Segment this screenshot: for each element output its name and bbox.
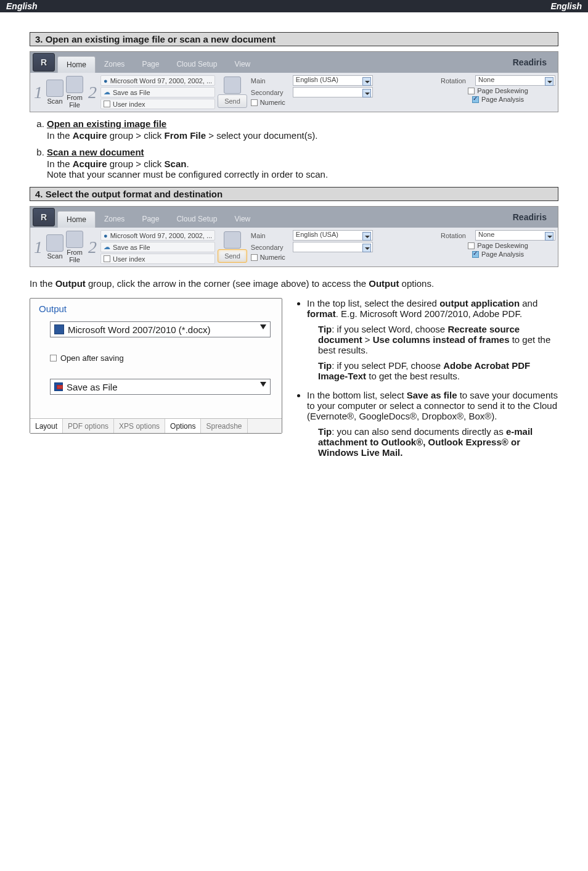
step-a-body: In the Acquire group > click From File >… xyxy=(47,130,558,141)
group-number-1: 1 xyxy=(33,237,44,257)
chevron-down-icon xyxy=(362,77,371,86)
scan-button[interactable]: Scan xyxy=(46,234,63,260)
chevron-down-icon xyxy=(545,232,553,241)
tab-zones[interactable]: Zones xyxy=(96,56,133,73)
page-header: English English xyxy=(0,0,588,12)
user-index-checkbox[interactable] xyxy=(104,101,110,107)
from-file-label: From File xyxy=(67,94,83,109)
chevron-down-icon xyxy=(260,382,266,387)
output-format-line[interactable]: Microsoft Word 97, 2000, 2002, ... xyxy=(110,77,213,85)
tab-cloud-setup[interactable]: Cloud Setup xyxy=(168,56,226,73)
lang-secondary-field[interactable] xyxy=(293,87,373,97)
ribbon-screenshot-1: R Home Zones Page Cloud Setup View Readi… xyxy=(30,51,558,112)
lang-secondary-label: Secondary xyxy=(251,89,290,96)
user-index-checkbox[interactable] xyxy=(104,255,110,262)
lang-numeric-label: Numeric xyxy=(260,99,285,106)
dlg-tab-pdf[interactable]: PDF options xyxy=(63,419,114,433)
tip-pdf: Tip: if you select PDF, choose Adobe Acr… xyxy=(318,360,558,381)
lang-main-label: Main xyxy=(251,232,290,239)
dialog-format-dropdown[interactable]: Microsoft Word 2007/2010 (*.docx) xyxy=(50,321,271,337)
user-index-label: User index xyxy=(113,101,145,108)
ribbon-screenshot-2: R Home Zones Page Cloud Setup View Readi… xyxy=(30,206,558,267)
dlg-tab-spreadsheet[interactable]: Spreadshe xyxy=(201,419,247,433)
app-brand: Readiris xyxy=(513,212,547,222)
chevron-down-icon xyxy=(260,324,266,329)
send-button[interactable]: Send xyxy=(218,76,247,108)
send-button-label: Send xyxy=(218,94,247,108)
send-icon xyxy=(224,76,241,94)
step-a-head: Open an existing image file xyxy=(47,118,166,129)
deskew-checkbox[interactable] xyxy=(468,242,475,249)
tab-page[interactable]: Page xyxy=(133,211,168,228)
rotation-label: Rotation xyxy=(441,77,473,85)
numeric-checkbox[interactable] xyxy=(251,254,258,261)
section-title-3: 3. Open an existing image file or scan a… xyxy=(30,32,558,46)
rotation-value: None xyxy=(478,231,494,238)
group-number-2: 2 xyxy=(87,83,98,102)
numeric-checkbox[interactable] xyxy=(251,99,258,106)
lang-main-label: Main xyxy=(251,77,290,85)
output-dialog: Output Microsoft Word 2007/2010 (*.docx)… xyxy=(30,298,282,434)
scan-label: Scan xyxy=(47,252,62,260)
tab-view[interactable]: View xyxy=(226,56,259,73)
tip-word: Tip: if you select Word, choose Recreate… xyxy=(318,324,558,355)
group-number-2: 2 xyxy=(87,237,98,257)
rotation-value: None xyxy=(478,76,494,83)
save-icon xyxy=(54,382,63,391)
send-button-label: Send xyxy=(218,249,247,263)
tab-cloud-setup[interactable]: Cloud Setup xyxy=(168,211,226,228)
bullet-save-as: In the bottom list, select Save as file … xyxy=(307,390,558,458)
open-after-checkbox[interactable] xyxy=(50,355,57,361)
rotation-field[interactable]: None xyxy=(475,75,555,86)
deskew-checkbox[interactable] xyxy=(468,88,475,94)
dlg-tab-options[interactable]: Options xyxy=(165,419,201,433)
dlg-tab-layout[interactable]: Layout xyxy=(30,419,63,433)
dlg-tab-xps[interactable]: XPS options xyxy=(114,419,165,433)
output-saveas-line[interactable]: Save as File xyxy=(113,244,150,251)
rotation-field[interactable]: None xyxy=(475,230,555,241)
bullet-output-app: In the top list, select the desired outp… xyxy=(307,298,558,381)
lang-secondary-label: Secondary xyxy=(251,244,290,251)
lang-main-value: English (USA) xyxy=(296,231,338,238)
folder-icon xyxy=(66,231,83,248)
dialog-saveas-dropdown[interactable]: Save as File xyxy=(50,379,271,395)
lang-main-value: English (USA) xyxy=(296,76,338,83)
tab-home[interactable]: Home xyxy=(57,211,96,228)
lang-main-field[interactable]: English (USA) xyxy=(293,230,373,241)
page-analysis-checkbox[interactable] xyxy=(472,96,479,103)
scanner-icon xyxy=(46,234,63,252)
output-saveas-line[interactable]: Save as File xyxy=(113,89,150,96)
dialog-tabstrip: Layout PDF options XPS options Options S… xyxy=(30,418,282,433)
tab-home[interactable]: Home xyxy=(57,56,96,73)
from-file-label: From File xyxy=(67,249,83,263)
tip-email: Tip: you can also send documents directl… xyxy=(318,426,558,458)
lang-numeric-label: Numeric xyxy=(260,254,285,261)
group-number-1: 1 xyxy=(33,83,44,102)
deskew-label: Page Deskewing xyxy=(477,242,528,249)
from-file-button[interactable]: From File xyxy=(66,231,83,263)
app-badge-icon: R xyxy=(33,53,55,72)
dialog-title: Output xyxy=(30,299,282,316)
output-paragraph: In the Output group, click the arrow in … xyxy=(30,278,558,289)
output-format-line[interactable]: Microsoft Word 97, 2000, 2002, ... xyxy=(110,232,213,239)
lang-main-field[interactable]: English (USA) xyxy=(293,75,373,86)
chevron-down-icon xyxy=(362,244,371,252)
analysis-label: Page Analysis xyxy=(481,96,524,103)
chevron-down-icon xyxy=(362,232,371,241)
scan-label: Scan xyxy=(47,97,62,105)
header-right: English xyxy=(550,1,582,11)
tab-page[interactable]: Page xyxy=(133,56,168,73)
from-file-button[interactable]: From File xyxy=(66,76,83,109)
deskew-label: Page Deskewing xyxy=(477,87,528,94)
lang-secondary-field[interactable] xyxy=(293,242,373,252)
send-button[interactable]: Send xyxy=(218,231,247,263)
folder-icon xyxy=(66,76,83,93)
dialog-saveas-label: Save as File xyxy=(67,382,118,392)
tab-view[interactable]: View xyxy=(226,211,259,228)
chevron-down-icon xyxy=(362,89,371,97)
page-analysis-checkbox[interactable] xyxy=(472,251,479,258)
tab-zones[interactable]: Zones xyxy=(96,211,133,228)
analysis-label: Page Analysis xyxy=(481,250,524,258)
dialog-format-label: Microsoft Word 2007/2010 (*.docx) xyxy=(68,324,211,335)
scan-button[interactable]: Scan xyxy=(46,80,63,105)
